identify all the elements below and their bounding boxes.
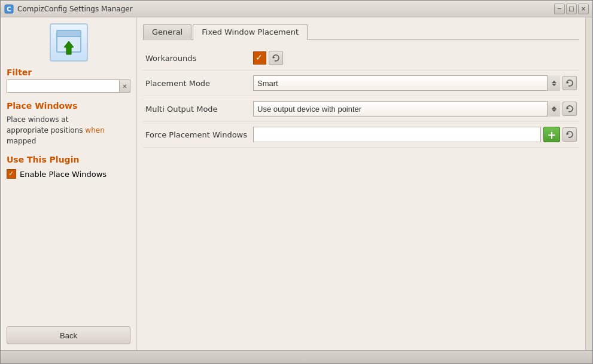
filter-container: ✕ bbox=[7, 79, 130, 93]
main-panel: General Fixed Window Placement Workaroun… bbox=[137, 17, 585, 350]
multi-output-control: Use output device with pointer Use outpu… bbox=[253, 101, 577, 117]
enable-plugin-row: Enable Place Windows bbox=[7, 169, 130, 179]
placement-mode-control: Smart Cascade Centered Random Maximize U… bbox=[253, 75, 577, 91]
workarounds-control bbox=[253, 51, 577, 65]
tab-fixed-window[interactable]: Fixed Window Placement bbox=[193, 24, 308, 40]
settings-area: Workarounds Placement Mode bbox=[143, 46, 579, 344]
filter-label: Filter bbox=[7, 68, 130, 77]
window-title: CompizConfig Settings Manager bbox=[17, 5, 551, 13]
plugin-icon-container bbox=[7, 23, 130, 62]
placement-mode-row: Placement Mode Smart Cascade Centered Ra… bbox=[143, 71, 579, 96]
placement-mode-select-wrapper: Smart Cascade Centered Random Maximize U… bbox=[253, 75, 560, 91]
force-placement-input[interactable] bbox=[253, 127, 541, 142]
force-placement-control: + bbox=[253, 127, 577, 142]
workarounds-checkbox[interactable] bbox=[253, 51, 266, 65]
plugin-description: Place windows atappropriate positions wh… bbox=[7, 114, 130, 146]
app-icon: C bbox=[4, 4, 14, 14]
filter-input[interactable] bbox=[7, 79, 120, 93]
maximize-button[interactable]: □ bbox=[566, 4, 577, 14]
titlebar: C CompizConfig Settings Manager − □ × bbox=[1, 1, 592, 17]
svg-text:C: C bbox=[7, 6, 11, 13]
svg-marker-6 bbox=[567, 81, 569, 84]
close-button[interactable]: × bbox=[578, 4, 589, 14]
svg-marker-7 bbox=[567, 107, 569, 109]
multi-output-label: Multi Output Mode bbox=[145, 105, 253, 114]
back-button[interactable]: Back bbox=[7, 326, 130, 344]
force-placement-add-button[interactable]: + bbox=[543, 127, 560, 142]
place-windows-title: Place Windows bbox=[7, 101, 130, 111]
tab-bar: General Fixed Window Placement bbox=[143, 23, 579, 40]
enable-plugin-checkbox[interactable] bbox=[7, 169, 16, 179]
description-highlight: when bbox=[85, 126, 104, 134]
force-placement-label: Force Placement Windows bbox=[145, 130, 253, 139]
use-plugin-title: Use This Plugin bbox=[7, 155, 130, 164]
minimize-button[interactable]: − bbox=[554, 4, 565, 14]
multi-output-select-wrapper: Use output device with pointer Use outpu… bbox=[253, 101, 560, 117]
workarounds-reset-button[interactable] bbox=[269, 51, 283, 65]
scrollbar[interactable] bbox=[585, 17, 592, 350]
placement-mode-reset-button[interactable] bbox=[562, 76, 577, 90]
multi-output-select[interactable]: Use output device with pointer Use outpu… bbox=[253, 101, 560, 117]
tab-general[interactable]: General bbox=[143, 24, 191, 40]
window-controls: − □ × bbox=[554, 4, 589, 14]
workarounds-row: Workarounds bbox=[143, 46, 579, 71]
enable-plugin-label: Enable Place Windows bbox=[20, 170, 107, 179]
svg-rect-3 bbox=[57, 30, 81, 36]
force-placement-reset-button[interactable] bbox=[562, 127, 577, 142]
svg-marker-5 bbox=[273, 56, 275, 59]
multi-output-row: Multi Output Mode Use output device with… bbox=[143, 96, 579, 122]
svg-marker-8 bbox=[567, 133, 569, 135]
placement-mode-select[interactable]: Smart Cascade Centered Random Maximize U… bbox=[253, 75, 560, 91]
multi-output-reset-button[interactable] bbox=[562, 102, 577, 116]
main-window: C CompizConfig Settings Manager − □ × bbox=[0, 0, 593, 364]
back-btn-container: Back bbox=[7, 320, 130, 344]
plugin-icon bbox=[50, 23, 88, 62]
placement-mode-label: Placement Mode bbox=[145, 79, 253, 88]
workarounds-label: Workarounds bbox=[145, 54, 253, 63]
filter-clear-button[interactable]: ✕ bbox=[120, 79, 130, 93]
force-placement-row: Force Placement Windows + bbox=[143, 122, 579, 148]
bottom-bar bbox=[1, 350, 592, 363]
sidebar: Filter ✕ Place Windows Place windows ata… bbox=[1, 17, 137, 350]
content-area: Filter ✕ Place Windows Place windows ata… bbox=[1, 17, 592, 350]
